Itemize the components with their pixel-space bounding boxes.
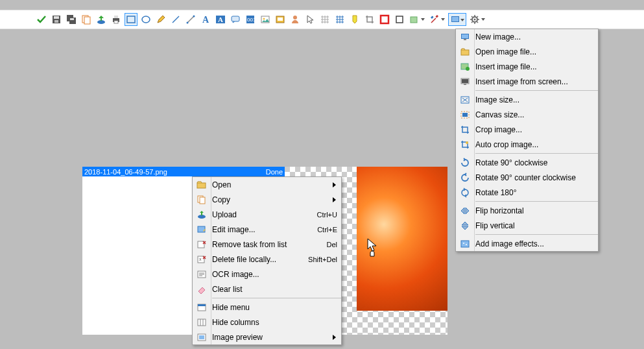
- svg-rect-50: [198, 319, 206, 326]
- image-menu-open-image-file[interactable]: Open image file...: [456, 44, 598, 59]
- image-menu-flip-vertical[interactable]: Flip vertical: [456, 218, 598, 233]
- image-size-icon: [459, 95, 471, 105]
- image-menu-new-image[interactable]: New image...: [456, 29, 598, 44]
- user-icon[interactable]: [289, 13, 302, 26]
- text-icon[interactable]: A: [199, 13, 212, 26]
- task-list-body: [82, 176, 192, 335]
- svg-rect-21: [232, 16, 239, 21]
- svg-point-25: [263, 18, 265, 20]
- draw-line-icon[interactable]: [184, 13, 197, 26]
- svg-point-17: [193, 16, 195, 18]
- save-all-icon[interactable]: [65, 13, 78, 26]
- image-menu-add-image-effects[interactable]: Add image effects...: [456, 236, 598, 251]
- crop-icon[interactable]: [363, 13, 376, 26]
- task-list-header[interactable]: 2018-11-04_06-49-57.png Done: [82, 167, 285, 176]
- svg-rect-5: [70, 18, 74, 20]
- print-icon[interactable]: [110, 13, 123, 26]
- image-dropdown[interactable]: [448, 13, 466, 26]
- grid-icon[interactable]: [318, 13, 331, 26]
- context-item-remove-task-from-list[interactable]: Remove task from listDel: [193, 237, 341, 252]
- svg-text:A: A: [218, 16, 223, 23]
- pencil-icon[interactable]: [154, 13, 167, 26]
- image-menu-label: Insert image file...: [475, 62, 594, 71]
- upload-icon[interactable]: [95, 13, 108, 26]
- svg-rect-33: [452, 17, 459, 21]
- image-menu-canvas-size[interactable]: Canvas size...: [456, 107, 598, 122]
- context-item-image-preview[interactable]: Image preview: [193, 330, 341, 344]
- svg-text:x: x: [199, 257, 202, 261]
- image-menu-auto-crop-image[interactable]: Auto crop image...: [456, 137, 598, 152]
- svg-rect-54: [199, 335, 204, 339]
- context-item-hide-menu[interactable]: Hide menu: [193, 300, 341, 315]
- grid2-icon[interactable]: [333, 13, 346, 26]
- copy-icon[interactable]: [80, 13, 93, 26]
- task-filename: 2018-11-04_06-49-57.png: [84, 168, 266, 176]
- svg-text:A: A: [202, 15, 209, 25]
- canvas-size-icon: [459, 110, 471, 120]
- svg-rect-49: [198, 304, 206, 306]
- image-menu-insert-image-from-screen[interactable]: Insert image from screen...: [456, 74, 598, 89]
- stop-icon[interactable]: [378, 13, 391, 26]
- svg-point-35: [474, 19, 476, 21]
- svg-point-70: [466, 244, 467, 245]
- svg-line-15: [187, 16, 194, 23]
- image-menu-insert-image-file[interactable]: Insert image file...: [456, 59, 598, 74]
- pointer-icon[interactable]: [304, 13, 316, 26]
- chat-icon[interactable]: [229, 13, 242, 26]
- context-item-edit-image[interactable]: Edit image...Ctrl+E: [193, 222, 341, 237]
- ocr-icon: [195, 269, 208, 280]
- svg-point-13: [142, 16, 150, 23]
- copy-icon: [195, 195, 208, 205]
- context-item-ocr-image[interactable]: OCR image...: [193, 267, 341, 282]
- confirm-icon[interactable]: [35, 13, 48, 26]
- context-item-hide-columns[interactable]: Hide columns: [193, 315, 341, 330]
- eraser-icon: [195, 284, 208, 295]
- slideshow-icon[interactable]: [274, 13, 287, 26]
- delete-x-icon: x: [195, 254, 208, 265]
- context-label: OCR image...: [212, 270, 337, 279]
- upload-icon: [195, 210, 208, 220]
- context-item-open[interactable]: Open: [193, 177, 341, 192]
- columns-icon: [195, 317, 208, 328]
- line-icon[interactable]: [169, 13, 182, 26]
- image-menu-label: Open image file...: [475, 47, 594, 56]
- rect-outline-icon[interactable]: [393, 13, 406, 26]
- image-menu-image-size[interactable]: Image size...: [456, 92, 598, 107]
- save-icon[interactable]: [50, 13, 63, 26]
- svg-point-60: [466, 67, 470, 71]
- image-icon[interactable]: [259, 13, 272, 26]
- context-item-delete-file-locally[interactable]: xDelete file locally...Shift+Del: [193, 252, 341, 267]
- context-shortcut: Ctrl+U: [317, 211, 337, 219]
- svg-rect-11: [114, 21, 118, 23]
- svg-rect-66: [462, 113, 468, 117]
- preview-icon: [195, 332, 208, 343]
- image-menu-crop-image[interactable]: Crop image...: [456, 122, 598, 137]
- tools-dropdown[interactable]: [428, 13, 446, 26]
- svg-rect-7: [84, 17, 90, 24]
- screen-grab-icon: [459, 77, 471, 87]
- rect-region-icon[interactable]: [125, 13, 137, 26]
- text-fx-icon[interactable]: A: [214, 13, 227, 26]
- image-menu-rotate-90-clockwise[interactable]: Rotate 90° clockwise: [456, 155, 598, 170]
- highlighter-icon[interactable]: [348, 13, 361, 26]
- gear-dropdown[interactable]: [468, 13, 486, 26]
- context-label: Copy: [212, 195, 337, 204]
- context-label: Delete file locally...: [212, 255, 308, 264]
- context-item-copy[interactable]: Copy: [193, 192, 341, 207]
- context-label: Open: [212, 180, 337, 189]
- image-menu-rotate-180[interactable]: Rotate 180°: [456, 185, 598, 200]
- image-menu-label: Rotate 180°: [475, 188, 594, 197]
- rotate-cw-icon: [459, 158, 471, 168]
- sticky-icon[interactable]: 001: [244, 13, 257, 26]
- image-menu-rotate-90-counter-clockwise[interactable]: Rotate 90° counter clockwise: [456, 170, 598, 185]
- svg-line-14: [173, 16, 179, 23]
- ellipse-region-icon[interactable]: [139, 13, 152, 26]
- context-label: Image preview: [212, 333, 337, 342]
- svg-rect-2: [54, 20, 58, 23]
- image-menu-flip-horizontal[interactable]: Flip horizontal: [456, 203, 598, 218]
- fill-dropdown[interactable]: [408, 13, 426, 26]
- context-item-upload[interactable]: UploadCtrl+U: [193, 207, 341, 222]
- context-label: Remove task from list: [212, 240, 326, 249]
- context-item-clear-list[interactable]: Clear list: [193, 282, 341, 296]
- folder-open-icon: [195, 180, 208, 190]
